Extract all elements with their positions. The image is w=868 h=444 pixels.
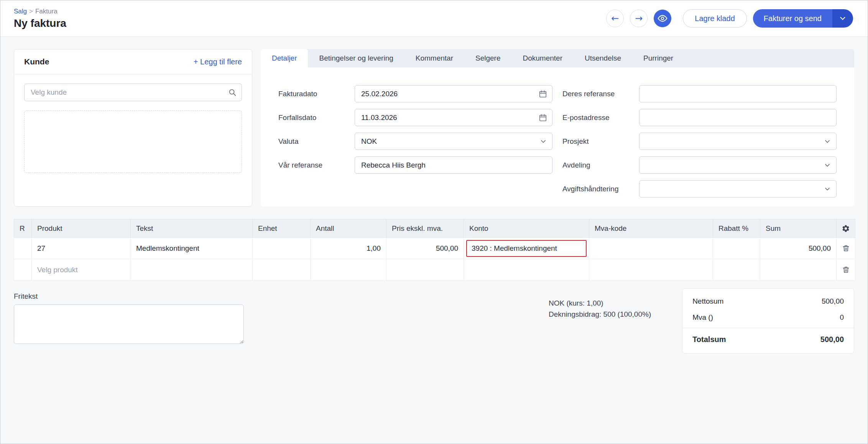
cell-konto[interactable]: 3920 : Medlemskontingent (464, 238, 589, 259)
preview-button[interactable] (654, 10, 671, 27)
col-header-mva-kode: Mva-kode (589, 219, 713, 238)
page-title: Ny faktura (14, 17, 66, 30)
col-header-r: R (14, 219, 32, 238)
cell-produkt[interactable]: Velg produkt (32, 259, 131, 281)
cell-enhet[interactable] (253, 238, 311, 259)
tab-utsendelse[interactable]: Utsendelse (574, 49, 632, 67)
save-draft-button[interactable]: Lagre kladd (683, 9, 747, 28)
avgiftshandtering-select[interactable] (639, 180, 837, 197)
cell-produkt[interactable]: 27 (32, 238, 131, 259)
avgiftshandtering-label: Avgiftshåndtering (562, 185, 639, 193)
delete-row-button[interactable] (840, 242, 852, 255)
fritekst-textarea[interactable] (14, 304, 244, 344)
customer-empty-dropzone (24, 110, 242, 173)
forfallsdato-field[interactable] (355, 109, 552, 126)
totalsum-label: Totalsum (692, 335, 726, 344)
trash-icon (842, 244, 850, 252)
tab-dokumenter[interactable]: Dokumenter (511, 49, 574, 67)
invoice-send-button[interactable]: Fakturer og send (753, 9, 832, 28)
breadcrumb-salg-link[interactable]: Salg (14, 8, 27, 15)
customer-search-input[interactable] (24, 84, 242, 101)
fakturadato-input[interactable] (361, 90, 535, 98)
cell-antall[interactable]: 1,00 (311, 238, 386, 259)
calendar-icon[interactable] (539, 113, 547, 122)
cell-tekst[interactable]: Medlemskontingent (131, 238, 253, 259)
cell-enhet[interactable] (253, 259, 311, 281)
calendar-icon[interactable] (539, 90, 547, 98)
breadcrumb-current: Faktura (35, 8, 58, 15)
add-more-customers-link[interactable]: + Legg til flere (194, 58, 242, 66)
epostadresse-label: E-postadresse (562, 113, 639, 122)
prosjekt-select[interactable] (639, 133, 837, 150)
main-content: Kunde + Legg til flere Detaljer Betingel… (0, 37, 868, 354)
antall-value: 1,00 (367, 244, 381, 252)
valuta-select[interactable]: NOK (355, 133, 552, 150)
currency-rate-text: NOK (kurs: 1,00) (549, 298, 682, 309)
cell-sum[interactable]: 500,00 (760, 238, 837, 259)
cell-rabatt[interactable] (713, 259, 760, 281)
table-header-row: R Produkt Tekst Enhet Antall Pris ekskl.… (14, 219, 855, 238)
avdeling-label: Avdeling (562, 161, 639, 169)
sum-value: 500,00 (809, 244, 831, 252)
konto-highlight-box[interactable]: 3920 : Medlemskontingent (466, 240, 587, 257)
col-header-konto: Konto (464, 219, 589, 238)
tab-purringer[interactable]: Purringer (632, 49, 684, 67)
forfallsdato-input[interactable] (361, 113, 535, 122)
currency-info-block: NOK (kurs: 1,00) Dekningsbidrag: 500 (10… (549, 288, 682, 320)
eye-icon (658, 13, 667, 23)
delete-row-button[interactable] (840, 263, 852, 276)
cell-pris[interactable] (386, 259, 464, 281)
deres-referanse-input[interactable] (646, 90, 819, 98)
epostadresse-input[interactable] (646, 113, 819, 122)
forfallsdato-label: Forfallsdato (278, 113, 355, 122)
cell-pris[interactable]: 500,00 (386, 238, 464, 259)
col-header-rabatt: Rabatt % (713, 219, 760, 238)
cell-mva-kode[interactable] (589, 259, 713, 281)
epostadresse-field[interactable] (639, 109, 837, 126)
col-header-tekst: Tekst (131, 219, 253, 238)
col-header-enhet: Enhet (253, 219, 311, 238)
deres-referanse-field[interactable] (639, 85, 837, 102)
topbar-left: Salg>Faktura Ny faktura (14, 8, 66, 30)
cell-konto[interactable] (464, 259, 589, 281)
col-header-sum: Sum (760, 219, 837, 238)
table-settings-button[interactable] (839, 222, 852, 235)
customer-card-body (14, 74, 252, 206)
cell-rabatt[interactable] (713, 238, 760, 259)
deres-referanse-label: Deres referanse (562, 90, 639, 98)
cell-mva-kode[interactable] (589, 238, 713, 259)
chevron-down-icon (824, 185, 831, 193)
cell-antall[interactable] (311, 259, 386, 281)
pris-value: 500,00 (436, 244, 458, 252)
chevron-down-icon (838, 14, 847, 23)
avdeling-select[interactable] (639, 156, 837, 174)
nettosum-value: 500,00 (822, 297, 844, 306)
summary-row-mva: Mva () 0 (682, 309, 854, 326)
back-button[interactable]: ← (606, 10, 624, 27)
col-header-antall: Antall (311, 219, 386, 238)
forward-button[interactable]: → (630, 10, 648, 27)
invoice-lines-table: R Produkt Tekst Enhet Antall Pris ekskl.… (14, 219, 855, 281)
bottom-area: Fritekst NOK (kurs: 1,00) Dekningsbidrag… (14, 288, 854, 354)
cell-tekst[interactable] (131, 259, 253, 281)
var-referanse-input[interactable] (361, 161, 535, 169)
arrow-right-icon: → (635, 14, 643, 23)
var-referanse-field[interactable] (355, 156, 552, 174)
cell-r[interactable] (14, 238, 32, 259)
details-area: Detaljer Betingelser og levering Komment… (261, 49, 854, 207)
cell-sum[interactable] (760, 259, 837, 281)
konto-value: 3920 : Medlemskontingent (472, 244, 557, 253)
invoice-send-dropdown-button[interactable] (832, 9, 853, 28)
tab-kommentar[interactable]: Kommentar (404, 49, 464, 67)
cell-delete (837, 259, 855, 281)
breadcrumb: Salg>Faktura (14, 8, 66, 15)
cell-r[interactable] (14, 259, 32, 281)
tab-detaljer[interactable]: Detaljer (261, 49, 308, 67)
tab-betingelser-og-levering[interactable]: Betingelser og levering (308, 49, 404, 67)
fakturadato-field[interactable] (355, 85, 552, 102)
details-form-left: Fakturadato Forfallsdato V (278, 85, 552, 197)
chevron-down-icon (824, 161, 831, 169)
valuta-label: Valuta (278, 137, 355, 146)
tab-selgere[interactable]: Selgere (464, 49, 512, 67)
gear-icon (842, 224, 850, 233)
